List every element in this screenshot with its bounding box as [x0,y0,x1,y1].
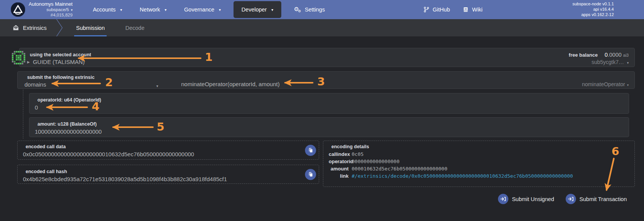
account-select-left: using the selected account ▶ GUIDE (TALI… [27,52,91,67]
network-name: Autonomys Mainnet [29,1,73,7]
encoding-details-title: encoding details [331,144,629,149]
encoded-call-hash-box: encoded call hash 0x4b625e8cbded935a72c7… [17,165,319,184]
account-identicon[interactable] [12,51,26,65]
encoded-call-hash-label: encoded call hash [26,169,313,174]
block-number: #4,015,829 [29,13,73,18]
chevron-down-icon: ▾ [627,83,629,87]
pallet-value: domains [24,81,159,88]
gears-icon: ⚙⚙ [294,6,302,13]
api-version: api v16.4.4 [573,7,614,12]
main-nav: Accounts▾ Network▾ Governance▾ Developer… [84,0,334,19]
breadcrumb-chevron [56,19,66,36]
copy-call-data-button[interactable] [305,145,316,156]
app-window: Autonomys Mainnet subspace/5▾ #4,015,829… [0,0,644,221]
chevron-down-icon: ▾ [219,8,221,12]
method-short-dropdown[interactable]: nominateOperator▾ [582,81,629,87]
section-extrinsics[interactable]: Extrinsics [0,19,56,36]
encoded-call-data-box: encoded call data 0x0c050000000000000000… [17,141,319,160]
encoded-call-hash-value: 0x4b625e8cbded935a72c71e5318039028a5d5b1… [23,176,313,182]
callindex-label: callindex [329,151,349,157]
nav-item-settings[interactable]: ⚙⚙Settings [285,0,334,19]
operator-id-label: operatorId: u64 (OperatorId) [37,97,623,103]
sign-in-icon [566,194,576,204]
book-icon [463,7,469,13]
account-select[interactable]: using the selected account ▶ GUIDE (TALI… [19,48,635,67]
operatorid-value: 0000000000000000 [352,159,629,164]
account-select-label: using the selected account [30,52,91,57]
param-amount: amount: u128 (BalanceOf) 100000000000000… [29,117,629,137]
autonomys-logo[interactable] [11,2,25,17]
callindex-value: 0c05 [352,151,629,157]
chain-selector[interactable]: subspace/5▾ [29,7,73,13]
chevron-down-icon: ▾ [627,61,629,65]
account-balance-block: free balance0.0000ai3 sub5ycgtk7…▾ [569,51,629,67]
action-buttons: Submit Unsigned Submit Transaction [498,194,627,204]
balance-whole: 0 [605,52,608,58]
encoding-details-box: encoding details callindex 0c05 operator… [323,141,635,187]
nav-item-network[interactable]: Network▾ [131,0,175,19]
extrinsic-select-row: submit the following extrinsic domains ▾… [17,71,635,89]
chevron-down-icon: ▾ [165,8,167,12]
node-version: subspace-node v0.1.1 [573,2,614,7]
decode-link[interactable]: #/extrinsics/decode/0x0c0500000000000000… [352,173,629,179]
free-balance-label: free balance [569,52,598,58]
tab-decode[interactable]: Decode [115,19,155,36]
version-info: subspace-node v0.1.1 api v16.4.4 apps v0… [573,2,614,17]
method-signature: nominateOperator(operatorId, amount) [181,81,280,87]
chevron-down-icon: ▾ [271,8,273,12]
balance-unit: ai3 [623,53,629,57]
copy-icon [308,172,313,177]
expand-triangle-icon[interactable]: ▶ [27,60,30,64]
apps-version: apps v0.162.2-12 [573,12,614,18]
operator-id-input[interactable]: 0 [35,104,623,111]
chevron-down-icon: ▾ [120,8,122,12]
github-link[interactable]: GitHub [423,7,450,13]
account-name: GUIDE (TALISMAN) [33,59,85,65]
nav-item-developer[interactable]: Developer▾ [234,1,281,18]
chevron-down-icon[interactable]: ▾ [156,84,158,88]
method-select[interactable]: nominateOperator(operatorId, amount) nom… [159,75,629,88]
submit-unsigned-button[interactable]: Submit Unsigned [498,194,554,204]
copy-icon [308,147,313,153]
extrinsics-icon [13,25,19,31]
nav-item-governance[interactable]: Governance▾ [175,0,230,19]
wiki-link[interactable]: Wiki [463,7,482,13]
tab-submission[interactable]: Submission [66,19,115,36]
submit-transaction-button[interactable]: Submit Transaction [566,194,627,204]
amount-enc-label: amount [329,166,349,172]
nav-item-accounts[interactable]: Accounts▾ [84,0,131,19]
amount-label: amount: u128 (BalanceOf) [37,121,623,127]
params-indent-line [23,90,23,139]
encoded-call-data-value: 0x0c050000000000000000000010632d5ec76b05… [23,151,313,157]
account-address-toggle[interactable]: sub5ycgtk7…▾ [569,59,629,66]
tab-bar: Extrinsics Submission Decode [0,19,644,36]
chevron-down-icon: ▾ [71,8,73,12]
balance-fraction: .0000 [608,52,621,58]
link-label: link [329,173,349,179]
param-operator-id: operatorId: u64 (OperatorId) 0 [29,93,629,114]
encoded-call-data-label: encoded call data [26,144,313,149]
amount-input[interactable]: 100000000000000000000 [35,128,623,135]
sign-in-icon [498,194,508,204]
pallet-select[interactable]: submit the following extrinsic domains ▾ [24,75,159,88]
copy-call-hash-button[interactable] [305,169,316,180]
extrinsic-label: submit the following extrinsic [27,75,159,80]
network-brand: Autonomys Mainnet subspace/5▾ #4,015,829 [29,1,73,18]
operatorid-label: operatorid [329,159,349,164]
account-address: sub5ycgtk7… [592,59,624,65]
git-branch-icon [423,7,429,13]
amount-enc-value: 000010632d5ec76b0500000000000000 [352,166,629,172]
top-nav-bar: Autonomys Mainnet subspace/5▾ #4,015,829… [0,0,644,19]
